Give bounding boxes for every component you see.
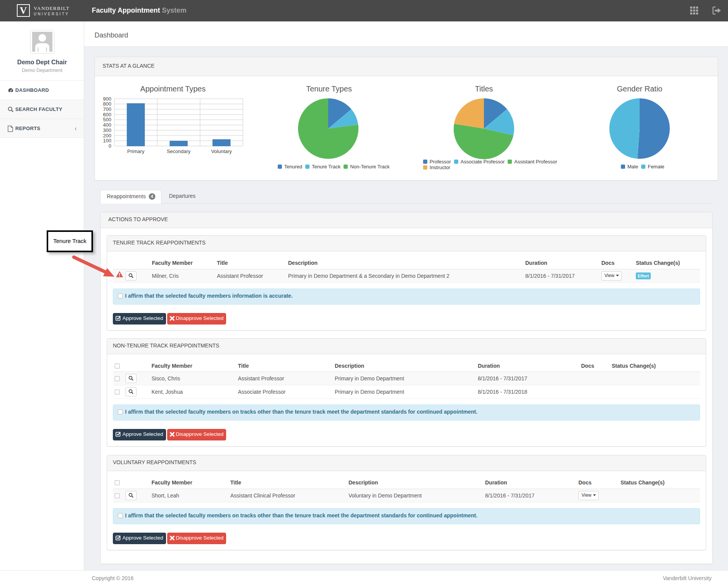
svg-text:Primary: Primary — [127, 148, 145, 154]
svg-text:500: 500 — [103, 117, 111, 122]
svg-text:Appointment Types: Appointment Types — [140, 85, 206, 93]
svg-text:0: 0 — [109, 143, 111, 149]
svg-text:800: 800 — [103, 101, 111, 107]
svg-text:Gender Ratio: Gender Ratio — [617, 85, 663, 93]
svg-text:Voluntary: Voluntary — [211, 148, 232, 154]
svg-text:Tenure Types: Tenure Types — [306, 85, 352, 93]
svg-text:Titles: Titles — [475, 85, 493, 93]
svg-text:Secondary: Secondary — [167, 148, 191, 154]
svg-text:200: 200 — [103, 133, 111, 139]
